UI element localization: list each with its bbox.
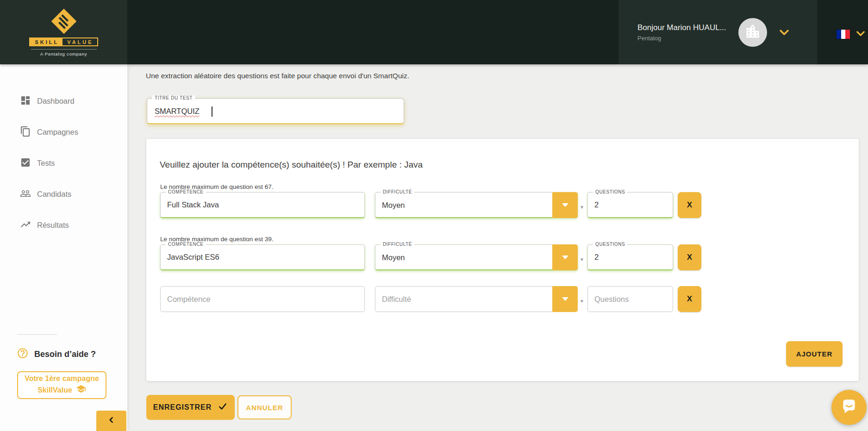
- remove-row-button-1[interactable]: X: [678, 192, 701, 218]
- sidebar-item-label: Candidats: [37, 190, 71, 199]
- logo-tagline: A Pentalog company: [31, 49, 97, 56]
- competence-field-3: [160, 286, 365, 312]
- questions-input-2[interactable]: [588, 245, 673, 269]
- skillvalue-app: SKILL VALUE A Pentalog company Bonjour M…: [0, 0, 868, 431]
- user-menu-chevron-down-icon[interactable]: [779, 29, 789, 36]
- avatar[interactable]: [738, 18, 767, 47]
- first-campaign-button[interactable]: Votre 1ère campagne SkillValue: [17, 371, 106, 399]
- sidebar-item-campagnes[interactable]: Campagnes: [0, 117, 127, 148]
- questions-input-3[interactable]: [588, 287, 673, 312]
- diamond-logo-icon: [50, 8, 77, 37]
- dropdown-arrow-icon[interactable]: [552, 192, 578, 218]
- questions-label: QUESTIONS: [593, 189, 627, 195]
- competence-input-2[interactable]: [161, 245, 364, 269]
- sidebar-item-tests[interactable]: Tests: [0, 148, 127, 179]
- sidebar-item-dashboard[interactable]: Dashboard: [0, 86, 127, 117]
- sidebar: Dashboard Campagnes Tests Candidats: [0, 64, 127, 431]
- difficulty-select-1[interactable]: DIFFICULTÉ Moyen ▼: [375, 192, 578, 218]
- chat-bubble-icon: [839, 397, 859, 418]
- sidebar-item-candidats[interactable]: Candidats: [0, 179, 127, 210]
- competence-input-1[interactable]: [161, 193, 364, 217]
- questions-input-1[interactable]: [588, 193, 673, 217]
- top-header: SKILL VALUE A Pentalog company Bonjour M…: [0, 0, 868, 64]
- save-button[interactable]: ENREGISTRER: [146, 395, 235, 420]
- logo-wordmark: SKILL VALUE: [29, 37, 98, 46]
- promo-line1: Votre 1ère campagne: [25, 374, 99, 384]
- copy-icon: [20, 126, 37, 139]
- difficulty-select-3[interactable]: Difficulté ▼: [375, 286, 578, 312]
- help-link[interactable]: Besoin d’aide ?: [17, 347, 96, 361]
- difficulty-placeholder: Difficulté: [382, 295, 411, 304]
- sidebar-divider: [17, 334, 57, 335]
- test-title-field[interactable]: TITRE DU TEST SMARTQUIZ: [147, 98, 404, 124]
- sidebar-collapse-button[interactable]: [96, 411, 126, 431]
- add-competence-button[interactable]: AJOUTER: [786, 341, 843, 367]
- text-cursor: [212, 106, 212, 117]
- sidebar-item-label: Résultats: [37, 221, 69, 230]
- competences-card: Veuillez ajouter la compétence(s) souhai…: [146, 139, 859, 381]
- language-chevron-down-icon: [856, 30, 865, 38]
- difficulty-label: DIFFICULTÉ: [381, 189, 414, 195]
- checkbox-icon: [20, 157, 37, 170]
- native-select-caret-icon: ▼: [580, 299, 584, 304]
- trend-icon: [20, 219, 37, 232]
- sidebar-item-resultats[interactable]: Résultats: [0, 210, 127, 241]
- dashboard-icon: [20, 95, 37, 108]
- user-greeting: Bonjour Marion HUAUL...: [637, 23, 726, 32]
- language-selector[interactable]: [837, 0, 865, 64]
- questions-field-2: QUESTIONS: [587, 244, 673, 270]
- sidebar-nav: Dashboard Campagnes Tests Candidats: [0, 86, 127, 241]
- native-select-caret-icon: ▼: [580, 205, 584, 210]
- difficulty-value-1: Moyen: [382, 200, 405, 209]
- sidebar-item-label: Campagnes: [37, 128, 78, 137]
- card-heading: Veuillez ajouter la compétence(s) souhai…: [160, 160, 423, 170]
- difficulty-label: DIFFICULTÉ: [381, 242, 414, 247]
- questions-field-1: QUESTIONS: [587, 192, 673, 218]
- competence-label: COMPÉTENCE: [166, 189, 206, 195]
- native-select-caret-icon: ▼: [580, 257, 584, 262]
- checkmark-icon: [218, 402, 228, 413]
- difficulty-value-2: Moyen: [382, 253, 405, 262]
- logo-skill-text: SKILL: [29, 37, 62, 46]
- intro-text: Une extraction aléatoire des questions e…: [146, 72, 409, 80]
- test-title-label: TITRE DU TEST: [152, 95, 195, 101]
- competence-field-1: COMPÉTENCE: [160, 192, 365, 218]
- graduation-cap-icon: [76, 384, 86, 397]
- remove-row-button-2[interactable]: X: [678, 244, 701, 270]
- question-circle-icon: [17, 347, 29, 361]
- competence-label: COMPÉTENCE: [166, 242, 206, 247]
- test-title-value: SMARTQUIZ: [155, 106, 200, 115]
- skillvalue-logo[interactable]: SKILL VALUE A Pentalog company: [0, 0, 127, 64]
- user-menu[interactable]: Bonjour Marion HUAUL... Pentalog: [618, 0, 817, 64]
- dropdown-arrow-icon[interactable]: [552, 286, 578, 312]
- sidebar-item-label: Tests: [37, 159, 55, 168]
- difficulty-select-2[interactable]: DIFFICULTÉ Moyen ▼: [375, 244, 578, 270]
- sidebar-item-label: Dashboard: [37, 97, 75, 106]
- french-flag-icon: [837, 30, 850, 39]
- competence-field-2: COMPÉTENCE: [160, 244, 365, 270]
- user-organization: Pentalog: [637, 35, 726, 42]
- remove-row-button-3[interactable]: X: [678, 286, 701, 312]
- chat-widget-button[interactable]: [831, 390, 867, 425]
- cancel-button[interactable]: ANNULER: [237, 395, 292, 419]
- help-label: Besoin d’aide ?: [34, 350, 96, 359]
- company-buildings-icon: [744, 23, 761, 42]
- questions-label: QUESTIONS: [593, 242, 627, 247]
- chevron-left-icon: [107, 415, 116, 426]
- logo-value-text: VALUE: [62, 37, 98, 46]
- people-icon: [20, 188, 37, 201]
- save-button-label: ENREGISTRER: [153, 403, 212, 412]
- competence-input-3[interactable]: [161, 287, 364, 312]
- questions-field-3: [587, 286, 673, 312]
- user-texts: Bonjour Marion HUAUL... Pentalog: [637, 23, 726, 42]
- dropdown-arrow-icon[interactable]: [552, 244, 578, 270]
- promo-line2: SkillValue: [37, 385, 72, 395]
